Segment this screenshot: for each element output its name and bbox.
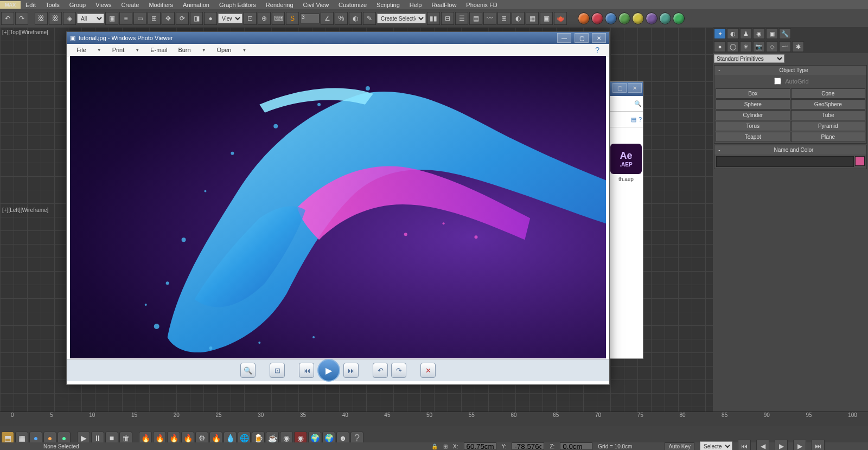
menu-animation[interactable]: Animation	[178, 1, 214, 9]
goto-start-icon[interactable]: ⏮	[738, 440, 751, 450]
cameras-icon[interactable]: 📷	[753, 41, 765, 52]
pv-zoom-button[interactable]: 🔍	[240, 363, 256, 378]
teapot-button[interactable]: Teapot	[716, 132, 790, 142]
layers-icon[interactable]: ☰	[455, 12, 468, 25]
namecolor-header[interactable]: Name and Color	[723, 147, 865, 153]
pv-burn-menu[interactable]: Burn	[174, 46, 195, 54]
menu-views[interactable]: Views	[91, 1, 116, 9]
move-icon[interactable]: ✥	[162, 12, 175, 25]
align-icon[interactable]: ⊟	[441, 12, 454, 25]
fluid-teal-icon[interactable]	[659, 12, 671, 24]
render-icon[interactable]: 🫖	[554, 12, 567, 25]
fluid-purple-icon[interactable]	[646, 12, 658, 24]
fluid-blue-icon[interactable]	[605, 12, 617, 24]
pv-help-icon[interactable]: ?	[591, 44, 604, 55]
material-icon[interactable]: ◐	[512, 12, 525, 25]
menu-realflow[interactable]: RealFlow	[426, 1, 461, 9]
geosphere-button[interactable]: GeoSphere	[791, 99, 866, 110]
select-icon[interactable]: ▣	[105, 12, 118, 25]
key-filter-dropdown[interactable]: Selected	[700, 441, 732, 450]
menu-help[interactable]: Help	[405, 1, 427, 9]
plane-button[interactable]: Plane	[791, 132, 866, 142]
pv-rotate-ccw-button[interactable]: ↶	[373, 363, 388, 378]
lights-icon[interactable]: ☀	[740, 41, 752, 52]
curve-editor-icon[interactable]: 〰	[483, 12, 496, 25]
spacewarps-icon[interactable]: 〰	[779, 41, 791, 52]
pivot-icon[interactable]: ⊡	[244, 12, 257, 25]
spinner-snap-icon[interactable]: ◐	[349, 12, 362, 25]
pv-email-menu[interactable]: E-mail	[146, 46, 171, 54]
rect-select-icon[interactable]: ▭	[133, 12, 146, 25]
y-coord-input[interactable]	[512, 442, 544, 450]
motion-tab-icon[interactable]: ◉	[753, 28, 765, 39]
schematic-icon[interactable]: ⊞	[497, 12, 510, 25]
pv-next-button[interactable]: ⏭	[343, 363, 359, 378]
unlink-icon[interactable]: ⛓	[49, 12, 62, 25]
cone-button[interactable]: Cone	[791, 88, 866, 99]
pv-open-menu[interactable]: Open	[213, 46, 236, 54]
systems-icon[interactable]: ✱	[792, 41, 804, 52]
pv-prev-button[interactable]: ⏮	[299, 363, 314, 378]
menu-create[interactable]: Create	[116, 1, 144, 9]
manipulate-icon[interactable]: ⊕	[258, 12, 271, 25]
fluid-orange-icon[interactable]	[578, 12, 590, 24]
modify-tab-icon[interactable]: ◐	[727, 28, 739, 39]
fluid-red-icon[interactable]	[591, 12, 603, 24]
angle-snap-icon[interactable]: ∠	[321, 12, 334, 25]
pv-print-menu[interactable]: Print	[108, 46, 129, 54]
pv-file-menu[interactable]: File	[72, 46, 91, 54]
pv-close-icon[interactable]: ✕	[592, 33, 606, 43]
ae-file-icon[interactable]: Ae .AEP	[610, 144, 642, 174]
menu-rendering[interactable]: Rendering	[261, 1, 298, 9]
pv-fit-button[interactable]: ⊡	[270, 363, 285, 378]
tube-button[interactable]: Tube	[791, 110, 866, 120]
category-dropdown[interactable]: Standard Primitives	[714, 54, 784, 63]
hierarchy-tab-icon[interactable]: ♟	[740, 28, 752, 39]
percent-snap-icon[interactable]: %	[335, 12, 348, 25]
named-selection-dropdown[interactable]: Create Selection Se	[377, 14, 426, 23]
x-coord-input[interactable]	[464, 442, 496, 450]
objtype-header[interactable]: Object Type	[723, 67, 865, 73]
geometry-icon[interactable]: ●	[714, 41, 726, 52]
menu-tools[interactable]: Tools	[41, 1, 65, 9]
object-name-input[interactable]	[716, 156, 854, 167]
autogrid-checkbox[interactable]	[774, 78, 781, 85]
pv-minimize-icon[interactable]: —	[557, 33, 571, 43]
viewport-top-label[interactable]: [+][Top][Wireframe]	[1, 28, 49, 36]
mirror-icon[interactable]: ▮▮	[427, 12, 440, 25]
selection-filter-dropdown[interactable]: All	[77, 14, 104, 23]
pv-slideshow-button[interactable]: ▶	[317, 359, 340, 382]
box-button[interactable]: Box	[716, 88, 790, 99]
pv-maximize-icon[interactable]: ▢	[575, 33, 589, 43]
pv-delete-button[interactable]: ✕	[420, 363, 436, 378]
sphere-button[interactable]: Sphere	[716, 99, 790, 110]
link-icon[interactable]: ⛓	[35, 12, 48, 25]
menu-grapheditors[interactable]: Graph Editors	[214, 1, 261, 9]
fluid-green-icon[interactable]	[618, 12, 630, 24]
menu-phoenixfd[interactable]: Phoenix FD	[461, 1, 502, 9]
scale-icon[interactable]: ◨	[190, 12, 203, 25]
play-anim-icon[interactable]: ▶	[775, 440, 788, 450]
autokey-button[interactable]: Auto Key	[665, 442, 694, 451]
keyboard-icon[interactable]: ⌨	[272, 12, 285, 25]
pyramid-button[interactable]: Pyramid	[791, 121, 866, 131]
fluid-lime-icon[interactable]	[673, 12, 685, 24]
explorer-search-icon[interactable]: 🔍	[634, 100, 642, 107]
lock-icon[interactable]: 🔒	[431, 443, 438, 449]
window-cross-icon[interactable]: ⊞	[148, 12, 161, 25]
display-tab-icon[interactable]: ▣	[766, 28, 778, 39]
coord-icon[interactable]: ⊞	[443, 443, 448, 449]
select-name-icon[interactable]: ≡	[119, 12, 132, 25]
fluid-yellow-icon[interactable]	[632, 12, 644, 24]
render-frame-icon[interactable]: ▣	[540, 12, 553, 25]
explorer-view-icon[interactable]: ▤	[631, 116, 636, 123]
goto-end-icon[interactable]: ⏭	[812, 440, 825, 450]
edit-named-icon[interactable]: ✎	[363, 12, 376, 25]
snap-icon[interactable]: S	[286, 12, 299, 25]
viewport-left-label[interactable]: [+][Left][Wireframe]	[1, 206, 49, 214]
refcoord-icon[interactable]: ●	[204, 12, 217, 25]
menu-customize[interactable]: Customize	[334, 1, 372, 9]
explorer-help-icon[interactable]: ?	[639, 116, 642, 123]
render-setup-icon[interactable]: ▦	[526, 12, 539, 25]
menu-modifiers[interactable]: Modifiers	[144, 1, 178, 9]
